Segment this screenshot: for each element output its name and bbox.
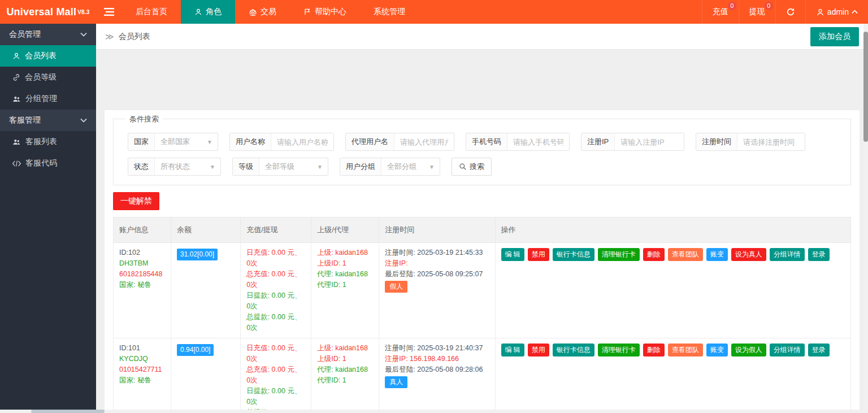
sidebar-item-客服列表[interactable]: 客服列表 xyxy=(0,131,96,153)
sidebar-item-会员列表[interactable]: 会员列表 xyxy=(0,45,96,67)
filter-select-value: 所有状态 xyxy=(155,162,210,172)
filter-国家[interactable]: 国家全部国家▼ xyxy=(128,133,218,151)
vertical-scrollbar-thumb[interactable] xyxy=(863,32,868,142)
breadcrumb-bar: ≫ 会员列表 添加会员 xyxy=(96,24,868,50)
action-button-清理银行卡[interactable]: 清理银行卡 xyxy=(598,248,640,261)
total-withdraw: 总提款: 0.00 元、0次 xyxy=(246,312,305,333)
member-id: ID:102 xyxy=(119,247,165,258)
action-button-编辑[interactable]: 编 辑 xyxy=(501,344,524,357)
search-button-label: 搜索 xyxy=(470,162,484,172)
filter-input[interactable] xyxy=(507,133,569,150)
action-button-清理银行卡[interactable]: 清理银行卡 xyxy=(598,344,640,357)
withdraw-button[interactable]: 提现 0 xyxy=(739,0,775,24)
action-button-登录[interactable]: 登录 xyxy=(808,248,830,261)
chevron-up-icon xyxy=(852,10,858,14)
nav-tab-交易[interactable]: 交易 xyxy=(235,0,290,24)
filter-input[interactable] xyxy=(615,133,684,150)
horizontal-scrollbar-thumb[interactable] xyxy=(31,410,105,413)
parent-name: 上级: kaidan168 xyxy=(317,343,373,354)
refresh-button[interactable] xyxy=(775,0,805,24)
add-member-button[interactable]: 添加会员 xyxy=(810,27,859,46)
cell-account-info: ID:102DH3TBM60182185448国家: 秘鲁 xyxy=(114,243,171,338)
filter-input[interactable] xyxy=(737,133,805,150)
code-icon xyxy=(12,160,21,167)
action-button-分组详情[interactable]: 分组详情 xyxy=(770,344,805,357)
search-legend: 条件搜索 xyxy=(125,114,163,124)
filter-label: 用户名称 xyxy=(230,133,271,150)
sidebar-item-分组管理[interactable]: 分组管理 xyxy=(0,88,96,110)
register-ip: 注册IP: xyxy=(385,258,489,269)
action-button-设为假人[interactable]: 设为假人 xyxy=(731,344,766,357)
chevron-down-icon: ▼ xyxy=(210,164,215,170)
filter-代理用户名: 代理用户名 xyxy=(345,133,454,151)
recharge-badge: 0 xyxy=(728,2,736,10)
breadcrumb: 会员列表 xyxy=(119,32,150,42)
sidebar-item-客服代码[interactable]: 客服代码 xyxy=(0,153,96,174)
main-content: ≫ 会员列表 添加会员 条件搜索 国家全部国家▼用户名称代理用户名手机号码注册I… xyxy=(96,24,868,413)
breadcrumb-icon: ≫ xyxy=(105,32,114,42)
action-button-账变[interactable]: 账变 xyxy=(706,248,728,261)
nav-tab-系统管理[interactable]: 系统管理 xyxy=(360,0,419,24)
cell-recharge-withdraw: 日充值: 0.00 元、0次总充值: 0.00 元、0次日提款: 0.00 元、… xyxy=(241,338,311,413)
filter-select-value: 全部国家 xyxy=(155,137,207,147)
nav-tab-帮助中心[interactable]: 帮助中心 xyxy=(290,0,360,24)
col-header-注册时间: 注册时间 xyxy=(379,218,495,243)
col-header-操作: 操作 xyxy=(495,218,851,243)
filter-状态[interactable]: 状态所有状态▼ xyxy=(128,158,221,176)
action-button-编辑[interactable]: 编 辑 xyxy=(501,248,524,261)
filter-手机号码: 手机号码 xyxy=(466,133,570,151)
withdraw-label: 提现 xyxy=(749,7,765,17)
filter-input[interactable] xyxy=(271,133,333,150)
filter-label: 用户分组 xyxy=(340,158,381,175)
action-button-禁用[interactable]: 禁用 xyxy=(528,344,549,357)
menu-toggle-icon[interactable] xyxy=(96,0,122,24)
action-button-查看团队[interactable]: 查看团队 xyxy=(668,344,703,357)
action-button-禁用[interactable]: 禁用 xyxy=(528,248,549,261)
parent-name: 上级: kaidan168 xyxy=(317,247,373,258)
action-button-银行卡信息[interactable]: 银行卡信息 xyxy=(553,344,594,357)
filter-input[interactable] xyxy=(394,133,454,150)
action-button-查看团队[interactable]: 查看团队 xyxy=(668,248,703,261)
col-header-上级/代理: 上级/代理 xyxy=(311,218,379,243)
filter-等级[interactable]: 等级全部等级▼ xyxy=(232,158,328,176)
chevron-down-icon xyxy=(80,32,87,37)
balance-badge: 31.02[0.00] xyxy=(177,249,218,260)
cell-register-time: 注册时间: 2025-03-19 21:45:33注册IP: 最后登陆: 202… xyxy=(379,243,495,338)
cell-actions: 编 辑禁用银行卡信息清理银行卡删除查看团队账变设为假人分组详情登录 xyxy=(495,338,851,413)
search-button[interactable]: 搜索 xyxy=(452,158,492,176)
nav-tab-角色[interactable]: 角色 xyxy=(181,0,235,24)
nav-tab-label: 帮助中心 xyxy=(315,7,346,17)
action-button-删除[interactable]: 删除 xyxy=(643,248,665,261)
agent-id: 代理ID: 1 xyxy=(317,280,373,290)
filter-用户名称: 用户名称 xyxy=(229,133,334,151)
recharge-button[interactable]: 充值 0 xyxy=(702,0,739,24)
sidebar-group-客服管理[interactable]: 客服管理 xyxy=(0,110,96,131)
withdraw-badge: 0 xyxy=(765,2,773,10)
member-type-badge: 假人 xyxy=(385,281,407,293)
sidebar: 会员管理会员列表会员等级分组管理客服管理客服列表客服代码 xyxy=(0,24,96,410)
nav-tab-后台首页[interactable]: 后台首页 xyxy=(122,0,181,24)
total-recharge: 总充值: 0.00 元、0次 xyxy=(246,364,305,386)
filter-label: 代理用户名 xyxy=(346,133,394,150)
member-account: 60182185448 xyxy=(119,269,165,280)
sidebar-item-会员等级[interactable]: 会员等级 xyxy=(0,67,96,88)
page: Universal MallV8.3 后台首页角色交易帮助中心系统管理 充值 0… xyxy=(0,0,868,413)
action-button-分组详情[interactable]: 分组详情 xyxy=(770,248,805,261)
member-table: 账户信息余额充值/提现上级/代理注册时间操作 ID:102DH3TBM60182… xyxy=(113,217,851,413)
action-button-设为真人[interactable]: 设为真人 xyxy=(731,248,766,261)
filter-用户分组[interactable]: 用户分组全部分组▼ xyxy=(340,158,440,176)
action-button-登录[interactable]: 登录 xyxy=(808,344,830,357)
search-row-2: 状态所有状态▼等级全部等级▼用户分组全部分组▼搜索 xyxy=(128,158,850,176)
action-button-银行卡信息[interactable]: 银行卡信息 xyxy=(553,248,594,261)
user-menu[interactable]: admin xyxy=(805,0,868,24)
action-button-账变[interactable]: 账变 xyxy=(706,344,728,357)
filter-label: 注册IP xyxy=(581,133,615,150)
horizontal-scrollbar xyxy=(0,410,868,413)
member-country: 国家: 秘鲁 xyxy=(119,375,165,386)
col-header-账户信息: 账户信息 xyxy=(114,218,171,243)
sidebar-item-label: 会员等级 xyxy=(25,72,57,82)
action-button-删除[interactable]: 删除 xyxy=(643,344,665,357)
sidebar-group-会员管理[interactable]: 会员管理 xyxy=(0,24,96,45)
flag-icon xyxy=(303,8,311,16)
unban-all-button[interactable]: 一键解禁 xyxy=(113,192,159,210)
